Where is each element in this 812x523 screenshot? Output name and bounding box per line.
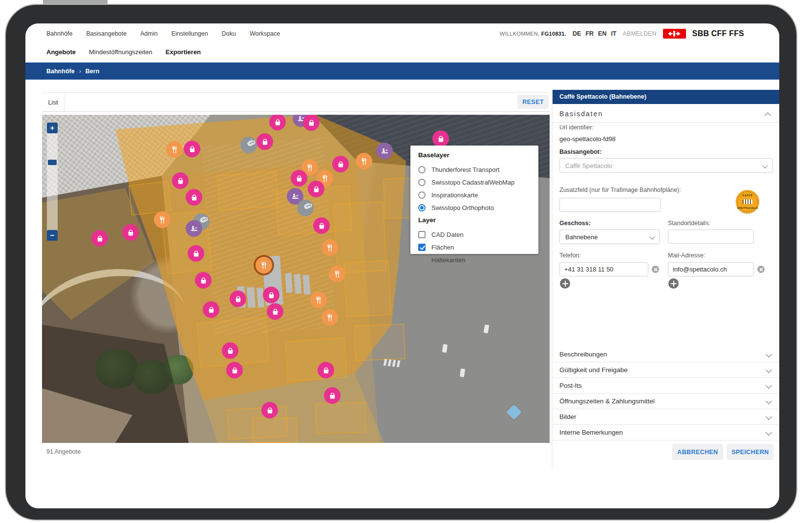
zoom-in-button[interactable]: + xyxy=(47,123,58,133)
map-marker-bag[interactable] xyxy=(313,217,330,234)
map-platform xyxy=(247,287,256,308)
clear-mail-icon[interactable] xyxy=(757,266,765,273)
language-de[interactable]: DE xyxy=(573,30,581,37)
checkbox-icon[interactable] xyxy=(418,244,426,251)
map-parcel xyxy=(343,260,391,317)
language-en[interactable]: EN xyxy=(598,30,606,37)
map-marker-fork[interactable] xyxy=(321,239,338,256)
map-marker-fork[interactable] xyxy=(329,266,345,282)
map-marker-bag[interactable] xyxy=(324,387,341,404)
map-marker-bag[interactable] xyxy=(186,189,202,206)
accordion-bilder[interactable]: Bilder xyxy=(553,409,779,425)
map-parcel xyxy=(128,181,171,215)
section-basisdaten[interactable]: Basisdaten xyxy=(559,110,603,118)
map-marker-desk[interactable] xyxy=(186,220,202,237)
basisangebot-select[interactable]: Caffè Spettacolo xyxy=(559,158,773,173)
map-marker-bag[interactable] xyxy=(122,224,139,241)
map-marker-bag[interactable] xyxy=(291,170,307,187)
map-marker-bag[interactable] xyxy=(203,301,219,318)
subnav-item-exportieren[interactable]: Exportieren xyxy=(166,48,201,56)
map-marker-fork[interactable] xyxy=(321,309,338,326)
accordion-label: Interne Bemerkungen xyxy=(559,429,623,436)
subnav-item-angebote[interactable]: Angebote xyxy=(46,48,76,56)
breadcrumb-separator: › xyxy=(79,68,81,75)
layer-option-fl-chen[interactable]: Flächen xyxy=(418,241,538,253)
layer-option-cad-daten[interactable]: CAD Daten xyxy=(418,228,538,241)
nav-item-doku[interactable]: Doku xyxy=(222,30,236,37)
zoom-slider-handle[interactable] xyxy=(48,160,57,165)
language-fr[interactable]: FR xyxy=(585,30,594,37)
map-canvas[interactable]: + − Baselayer Thunderforest TransportSwi… xyxy=(42,115,550,443)
map-marker-bag[interactable] xyxy=(263,287,279,303)
cancel-button[interactable]: ABBRECHEN xyxy=(672,444,723,460)
map-marker-bag[interactable] xyxy=(267,303,283,320)
reset-button[interactable]: RESET xyxy=(517,95,549,109)
mail-input[interactable] xyxy=(668,262,754,276)
accordion-post-its[interactable]: Post-Its xyxy=(553,378,779,394)
breadcrumb-root[interactable]: Bahnhöfe xyxy=(46,68,75,75)
map-marker-bag[interactable] xyxy=(188,245,204,262)
nav-item-admin[interactable]: Admin xyxy=(140,30,157,37)
baselayer-option-swisstopo-cadastralwebmap[interactable]: Swisstopo CadastralWebMap xyxy=(418,176,538,188)
map-marker-bag[interactable] xyxy=(172,172,189,189)
nav-item-workspace[interactable]: Workspace xyxy=(250,30,280,37)
map-marker-bag[interactable] xyxy=(256,133,273,150)
logout-link[interactable]: ABMELDEN xyxy=(623,30,657,37)
layer-option-haltekanten[interactable]: Haltekanten xyxy=(418,253,538,266)
radio-icon[interactable] xyxy=(418,166,426,173)
breadcrumb: Bahnhöfe › Bern xyxy=(25,63,779,80)
map-marker-bag[interactable] xyxy=(195,272,212,289)
map-marker-bag[interactable] xyxy=(226,362,243,378)
radio-icon[interactable] xyxy=(418,179,426,186)
baselayer-option-label: Thunderforest Transport xyxy=(431,166,499,173)
geschoss-value: Bahnebene xyxy=(565,233,598,241)
save-button[interactable]: SPEICHERN xyxy=(727,444,773,460)
subnav-item-mindest-ffnungszeiten[interactable]: Mindestöffnungszeiten xyxy=(89,48,152,56)
map-marker-bag[interactable] xyxy=(261,402,278,418)
accordion-g-ltigkeit-und-freigabe[interactable]: Gültigkeit und Freigabe xyxy=(553,362,779,378)
map-marker-bag[interactable] xyxy=(230,291,246,307)
clear-telefon-icon[interactable] xyxy=(652,266,659,273)
map-marker-bag[interactable] xyxy=(184,141,200,157)
zoom-slider-track[interactable] xyxy=(47,123,58,241)
nav-item-einstellungen[interactable]: Einstellungen xyxy=(171,30,208,37)
tab-list[interactable]: List xyxy=(42,93,64,111)
map-marker-fork[interactable] xyxy=(166,141,183,158)
map-marker-clip[interactable] xyxy=(297,200,314,216)
map-marker-fork[interactable] xyxy=(356,153,372,169)
map-marker-bag[interactable] xyxy=(318,362,334,378)
map-marker-bag[interactable] xyxy=(332,156,349,172)
checkbox-icon[interactable] xyxy=(418,256,426,264)
map-marker-fork[interactable] xyxy=(154,211,171,228)
map-marker-fork[interactable] xyxy=(256,257,272,273)
language-it[interactable]: IT xyxy=(611,30,616,37)
language-switcher: DEFRENIT xyxy=(573,30,617,37)
standortdetails-input[interactable] xyxy=(668,230,754,244)
nav-item-basisangebote[interactable]: Basisangebote xyxy=(86,30,127,37)
baselayer-option-thunderforest-transport[interactable]: Thunderforest Transport xyxy=(418,163,538,176)
geschoss-select[interactable]: Bahnebene xyxy=(559,230,660,244)
accordion-beschreibungen[interactable]: Beschreibungen xyxy=(553,347,779,362)
baselayer-option-inspirationskarte[interactable]: Inspirationskarte xyxy=(418,188,538,201)
chevron-up-icon[interactable] xyxy=(765,112,771,119)
radio-icon[interactable] xyxy=(418,204,426,211)
baselayer-option-swisstopo-orthophoto[interactable]: Swisstopo Orthophoto xyxy=(418,201,538,214)
checkbox-icon[interactable] xyxy=(418,231,426,238)
radio-icon[interactable] xyxy=(418,191,426,199)
add-telefon-button[interactable] xyxy=(560,278,570,289)
map-marker-bag[interactable] xyxy=(91,230,108,247)
map-marker-desk[interactable] xyxy=(376,143,393,159)
accordion-ffnungszeiten-zahlungsmittel[interactable]: Öffnungszeiten & Zahlungsmittel xyxy=(553,394,779,409)
map-marker-fork[interactable] xyxy=(310,292,327,308)
telefon-input[interactable] xyxy=(559,262,648,276)
map-marker-bag[interactable] xyxy=(432,130,449,147)
map-marker-bag[interactable] xyxy=(308,181,324,197)
nav-item-bahnh-fe[interactable]: Bahnhöfe xyxy=(46,30,73,37)
zoom-out-button[interactable]: − xyxy=(47,230,58,241)
map-marker-clip[interactable] xyxy=(240,137,257,153)
map-marker-bag[interactable] xyxy=(303,115,320,131)
accordion-interne-bemerkungen[interactable]: Interne Bemerkungen xyxy=(553,425,779,440)
map-marker-bag[interactable] xyxy=(222,342,238,359)
add-mail-button[interactable] xyxy=(668,278,679,289)
zusatzfeld-input[interactable] xyxy=(559,198,661,212)
